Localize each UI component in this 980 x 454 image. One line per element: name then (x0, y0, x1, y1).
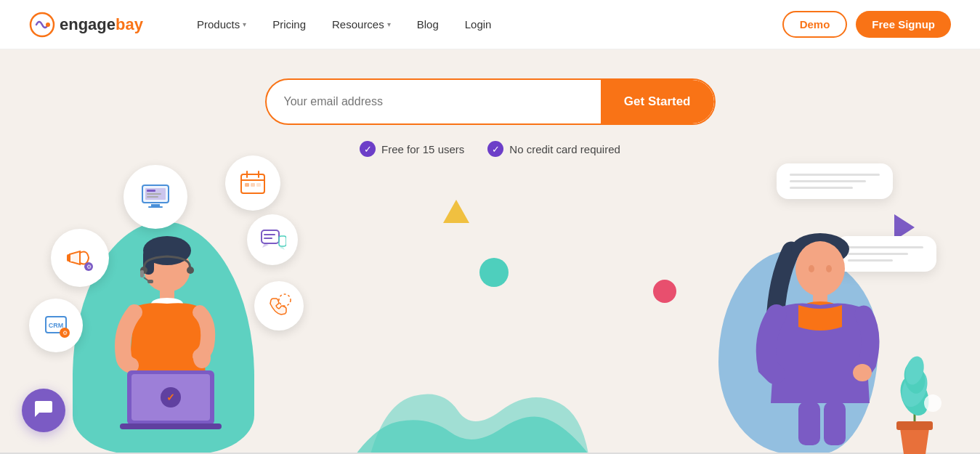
agent-figure-svg: ✓ (98, 229, 236, 454)
left-illustration: CRM ⚙ ⚙ (29, 156, 334, 454)
chat-button[interactable] (22, 389, 65, 432)
svg-point-38 (193, 348, 211, 368)
svg-rect-13 (147, 190, 155, 192)
svg-rect-6 (67, 254, 70, 262)
svg-text:CRM: CRM (49, 322, 64, 329)
svg-rect-15 (147, 196, 158, 198)
nav-login[interactable]: Login (455, 12, 502, 36)
calendar-icon-circle (225, 155, 280, 211)
svg-rect-21 (251, 183, 255, 187)
nav-pricing[interactable]: Pricing (262, 12, 316, 36)
phone-icon (266, 293, 292, 319)
svg-rect-35 (147, 280, 153, 283)
logo[interactable]: engagebay (29, 12, 143, 38)
nav-links: Products ▾ Pricing Resources ▾ Blog Logi… (187, 12, 782, 36)
resources-chevron-icon: ▾ (387, 20, 391, 28)
check-icon-2: ✓ (487, 141, 503, 157)
svg-rect-53 (896, 421, 933, 430)
nav-blog[interactable]: Blog (407, 12, 449, 36)
megaphone-icon: ⚙ (64, 242, 96, 274)
badge-free-users: ✓ Free for 15 users (360, 141, 464, 157)
products-chevron-icon: ▾ (243, 20, 246, 28)
svg-rect-24 (279, 236, 286, 246)
logo-icon (29, 12, 55, 38)
svg-rect-43 (120, 423, 222, 429)
svg-rect-20 (245, 183, 249, 187)
desktop-icon (138, 179, 173, 214)
email-form: Get Started (265, 78, 716, 125)
calendar-icon (238, 168, 268, 198)
right-illustration (646, 156, 951, 454)
svg-point-46 (809, 265, 814, 272)
svg-point-32 (187, 267, 194, 274)
svg-rect-33 (140, 270, 144, 277)
illustration-area: CRM ⚙ ⚙ (0, 142, 980, 454)
hero-badges: ✓ Free for 15 users ✓ No credit card req… (360, 141, 620, 157)
nav-actions: Demo Free Signup (782, 11, 951, 38)
chat-bubble-icon (33, 398, 54, 423)
nav-products[interactable]: Products ▾ (187, 12, 256, 36)
triangle-yellow-shape (443, 200, 469, 223)
svg-point-47 (826, 265, 832, 272)
svg-text:⚙: ⚙ (86, 264, 92, 270)
svg-text:✓: ✓ (166, 392, 175, 403)
badge-no-credit-card: ✓ No credit card required (487, 141, 620, 157)
svg-point-50 (853, 364, 872, 381)
speech-bubble-1 (777, 163, 893, 199)
logo-text: engagebay (60, 15, 143, 34)
svg-rect-11 (148, 206, 163, 208)
signup-button[interactable]: Free Signup (856, 11, 951, 38)
megaphone-icon-circle: ⚙ (51, 229, 109, 287)
circle-pink-shape (653, 280, 676, 303)
demo-button[interactable]: Demo (782, 11, 848, 38)
nav-resources[interactable]: Resources ▾ (322, 12, 401, 36)
crm-icon: CRM ⚙ (41, 311, 70, 340)
hero-section: Get Started ✓ Free for 15 users ✓ No cre… (0, 49, 980, 454)
wavy-blob-svg (356, 309, 588, 454)
svg-rect-23 (262, 230, 279, 243)
svg-point-1 (46, 23, 50, 27)
chat-icon-circle (247, 214, 298, 265)
svg-rect-51 (798, 402, 820, 445)
svg-rect-52 (824, 402, 846, 445)
svg-rect-22 (256, 183, 261, 187)
circle-teal-shape (479, 258, 509, 287)
chat-icon (259, 226, 286, 254)
svg-point-45 (795, 241, 845, 296)
svg-point-27 (279, 294, 291, 306)
desktop-icon-circle (123, 165, 187, 229)
customer-figure-svg (755, 222, 886, 454)
svg-rect-10 (151, 204, 160, 206)
phone-icon-circle (254, 281, 304, 331)
navbar: engagebay Products ▾ Pricing Resources ▾… (0, 0, 980, 49)
middle-section (334, 142, 646, 454)
check-icon-1: ✓ (360, 141, 376, 157)
get-started-button[interactable]: Get Started (601, 80, 714, 123)
crm-icon-circle: CRM ⚙ (29, 299, 83, 352)
email-input[interactable] (267, 95, 601, 108)
svg-point-59 (924, 394, 941, 412)
svg-text:⚙: ⚙ (62, 330, 68, 336)
svg-rect-14 (147, 193, 161, 195)
plant-svg (878, 309, 951, 454)
